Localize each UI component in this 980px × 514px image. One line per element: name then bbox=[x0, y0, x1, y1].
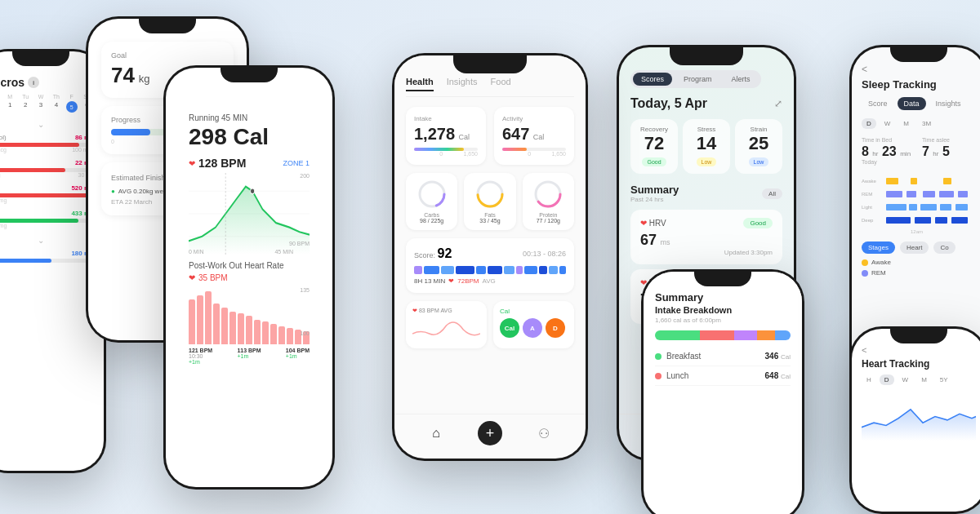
macro-fats: Fats 33 / 45g bbox=[464, 173, 515, 230]
notch-heart bbox=[890, 329, 947, 343]
svg-rect-26 bbox=[956, 204, 968, 210]
tab-food[interactable]: Food bbox=[491, 77, 511, 91]
x-min: 0 MIN bbox=[189, 249, 204, 255]
recovery-card: Recovery 72 Good bbox=[630, 119, 678, 174]
tab-alerts[interactable]: Alerts bbox=[724, 73, 759, 86]
ht-tab-w[interactable]: W bbox=[898, 374, 914, 385]
svg-text:12am: 12am bbox=[911, 229, 923, 234]
intake-limit: 0 1,650 bbox=[414, 151, 478, 157]
mini-cards-row: ❤ 83 BPM AVG Cal Cal A D bbox=[406, 301, 574, 348]
ht-tab-5y[interactable]: 5Y bbox=[935, 374, 953, 385]
activity-value: 647 bbox=[502, 125, 529, 143]
metrics-row: Recovery 72 Good Stress 14 Low Strain 25… bbox=[630, 119, 782, 174]
tab-scores[interactable]: Scores bbox=[633, 73, 672, 86]
notch-goal bbox=[139, 19, 196, 33]
notch-summary bbox=[694, 272, 751, 286]
heart-bpm: 128 BPM bbox=[198, 157, 246, 170]
info-icon[interactable]: i bbox=[28, 77, 39, 88]
avatar-circles: Cal A D bbox=[500, 318, 568, 338]
summary-intake-title: Summary bbox=[655, 291, 791, 304]
notch-scores bbox=[670, 47, 743, 65]
svg-rect-20 bbox=[958, 191, 968, 197]
svg-rect-13 bbox=[911, 178, 917, 184]
nutrient-bar-2: 22 mg 8 mg 30 mg bbox=[0, 159, 94, 178]
bar-2 bbox=[197, 295, 203, 344]
bar-stat-1: 121 BPM 10:30 +1m bbox=[189, 348, 212, 365]
x-max: 45 MIN bbox=[274, 249, 293, 255]
hrv-unit: ms bbox=[660, 238, 670, 246]
svg-text:Light: Light bbox=[862, 205, 872, 210]
meal-breakfast: Breakfast 346 Cal bbox=[655, 347, 791, 366]
tab-insights-sleep[interactable]: Insights bbox=[929, 97, 968, 110]
heart-track-title: Heart Tracking bbox=[862, 358, 976, 370]
period-3m[interactable]: 3M bbox=[917, 118, 936, 129]
macros-row: Carbs 98 / 225g Fats 33 / 45g bbox=[406, 173, 574, 230]
svg-rect-22 bbox=[886, 204, 906, 210]
svg-rect-31 bbox=[951, 217, 968, 224]
stage-btn-heart[interactable]: Heart bbox=[900, 241, 929, 254]
tab-score-sleep[interactable]: Score bbox=[862, 97, 894, 110]
home-nav-icon[interactable]: ⌂ bbox=[427, 424, 445, 442]
notch-micros bbox=[12, 51, 69, 66]
scores-tabs: Scores Program Alerts bbox=[630, 70, 761, 88]
profile-nav-icon[interactable]: ⚇ bbox=[535, 424, 553, 442]
activity-label: Activity bbox=[502, 115, 566, 122]
tab-health[interactable]: Health bbox=[406, 77, 434, 91]
sleep-title: Sleep Tracking bbox=[862, 78, 976, 91]
recovery-badge: Good bbox=[642, 157, 666, 166]
svg-rect-12 bbox=[886, 178, 898, 184]
running-chart: 200 90 BPM 0 MIN 45 MIN bbox=[189, 173, 310, 255]
summary-title: Summary bbox=[630, 184, 679, 196]
y-min: 90 BPM bbox=[289, 241, 310, 246]
stage-btn-co[interactable]: Co bbox=[933, 241, 955, 254]
heart-back-button[interactable]: < bbox=[862, 345, 976, 355]
ht-tab-d[interactable]: D bbox=[880, 374, 894, 385]
ib-red bbox=[700, 330, 734, 340]
stage-btn-stages[interactable]: Stages bbox=[862, 241, 895, 254]
sleep-back-button[interactable]: < bbox=[862, 64, 976, 75]
tab-insights[interactable]: Insights bbox=[447, 77, 478, 91]
all-badge[interactable]: All bbox=[762, 188, 782, 199]
post-workout-chart: 135 100 bbox=[189, 287, 310, 344]
tab-data-sleep[interactable]: Data bbox=[898, 97, 926, 110]
score-label: Score: bbox=[414, 251, 438, 259]
heart-track-chart bbox=[862, 392, 976, 441]
svg-rect-30 bbox=[935, 217, 947, 224]
sleep-tabs: Score Data Insights bbox=[862, 97, 976, 110]
sleep-avg: 72BPM bbox=[457, 277, 479, 285]
ht-tab-h[interactable]: H bbox=[862, 374, 876, 385]
summary-sub: Past 24 hrs bbox=[630, 196, 679, 203]
expand-scores-icon[interactable]: ⤢ bbox=[774, 98, 782, 109]
stress-card: Stress 14 Low bbox=[683, 119, 730, 174]
ib-orange bbox=[757, 330, 775, 340]
chevron-down-icon[interactable]: ⌄ bbox=[0, 119, 94, 129]
period-d[interactable]: D bbox=[862, 118, 876, 129]
sleep-stage-chart: Awake REM Light bbox=[862, 171, 976, 237]
notch-sleep bbox=[890, 47, 947, 62]
ib-blue bbox=[775, 330, 791, 340]
period-w[interactable]: W bbox=[880, 118, 896, 129]
bar-11 bbox=[270, 324, 277, 344]
hrv-card: ❤ HRV Good 67 ms Updated 3:30pm bbox=[630, 210, 782, 264]
running-cals: 298 Cal bbox=[189, 124, 310, 150]
meal-lunch: Lunch 648 Cal bbox=[655, 366, 791, 386]
nutrient-bar-5: 180 mg bbox=[0, 250, 94, 263]
micros-title: Micros i ⤢ bbox=[0, 76, 94, 89]
activity-card: Activity 647 Cal 0 1,650 bbox=[494, 107, 574, 165]
y-max: 200 bbox=[300, 173, 310, 179]
nutrient-bar-4: um 433 mg 310 mg bbox=[0, 210, 94, 228]
nutrient-bar-1: (iferol) 86 mg 15 mcg 100 mcg bbox=[0, 134, 94, 153]
chevron-down-icon-2[interactable]: ⌄ bbox=[0, 235, 94, 245]
tab-program[interactable]: Program bbox=[675, 73, 720, 86]
stats-row: Intake 1,278 Cal 0 1,650 Activity bbox=[406, 107, 574, 165]
hrv-badge: Good bbox=[743, 218, 773, 228]
sleep-duration-row: 8H 13 MIN ❤ 72BPM AVG bbox=[414, 277, 566, 285]
zone-badge: ZONE 1 bbox=[283, 159, 310, 167]
bottom-nav: ⌂ + ⚇ bbox=[394, 414, 586, 452]
add-nav-button[interactable]: + bbox=[478, 421, 502, 445]
ht-tab-m[interactable]: M bbox=[916, 374, 932, 385]
post-workout-label: Post-Work Out Heart Rate bbox=[189, 261, 310, 270]
bar-9 bbox=[254, 320, 261, 344]
svg-rect-18 bbox=[923, 191, 935, 197]
period-m[interactable]: M bbox=[898, 118, 914, 129]
